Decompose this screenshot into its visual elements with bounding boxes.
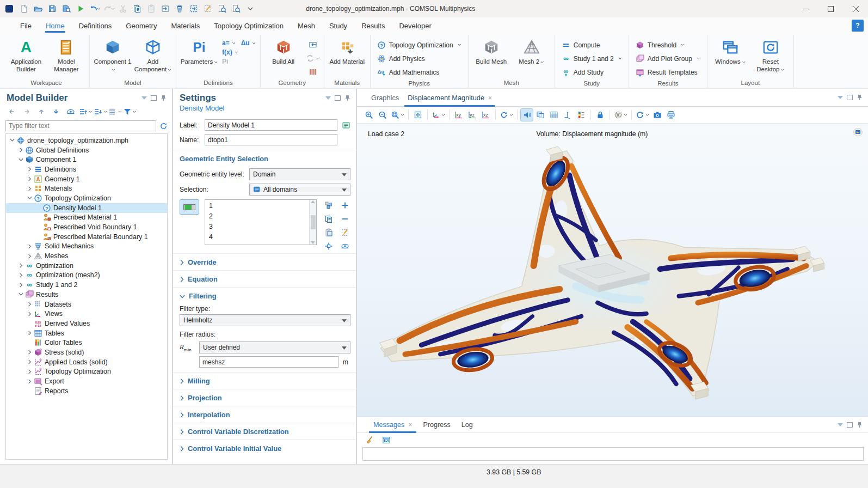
zoom-out-button[interactable] xyxy=(376,108,389,121)
environment-reflections-button[interactable] xyxy=(613,108,629,121)
chevron-down-icon[interactable] xyxy=(26,196,33,200)
zoom-to-selection-button[interactable] xyxy=(322,240,335,252)
menu-tab-mesh[interactable]: Mesh xyxy=(291,19,322,33)
maximize-button[interactable] xyxy=(818,0,843,17)
chevron-right-icon[interactable] xyxy=(17,283,24,288)
label-input[interactable] xyxy=(205,119,337,131)
add-physics-button[interactable]: Add Physics xyxy=(374,52,465,65)
tree-item-density-model-1[interactable]: ?Density Model 1 xyxy=(6,203,167,213)
messages-tab-log[interactable]: Log xyxy=(456,418,478,432)
new-file-button[interactable] xyxy=(17,2,30,15)
chevron-right-icon[interactable] xyxy=(26,379,33,384)
undo-button[interactable] xyxy=(88,2,101,15)
menu-tab-materials[interactable]: Materials xyxy=(164,19,207,33)
view-xy-button[interactable]: xy xyxy=(452,108,465,121)
messages-tab-progress[interactable]: Progress xyxy=(417,418,455,432)
copy-selection-button[interactable] xyxy=(322,213,335,225)
tree-item-study-1-and-2[interactable]: ∞Study 1 and 2 xyxy=(6,280,167,290)
a-button[interactable]: a= xyxy=(222,39,236,47)
tree-item-solid-mechanics[interactable]: Solid Mechanics xyxy=(6,242,167,252)
section-interpolation[interactable]: Interpolation xyxy=(173,406,356,423)
study-1-and-2-button[interactable]: ∞Study 1 and 2 xyxy=(558,52,625,65)
compute-button[interactable]: Compute xyxy=(558,38,625,52)
zoom-extents-button[interactable] xyxy=(411,108,424,121)
add-plot-group-button[interactable]: Add Plot Group xyxy=(632,52,704,65)
filter-funnel-button[interactable] xyxy=(123,106,136,118)
graphics-canvas[interactable]: Load case 2 Volume: Displacement magnitu… xyxy=(357,123,868,417)
node-grouping-button[interactable] xyxy=(108,106,121,118)
add-material-button[interactable]: Add Material xyxy=(328,36,367,65)
mesh-2-button[interactable]: Mesh 2 xyxy=(512,36,551,65)
clear-log-button[interactable] xyxy=(364,434,377,446)
remove-details-button[interactable] xyxy=(306,66,319,78)
add-to-selection-button[interactable] xyxy=(338,199,352,211)
tree-item-datasets[interactable]: Datasets xyxy=(6,300,167,309)
tree-item-definitions[interactable]: Definitions xyxy=(6,164,167,174)
run-button[interactable] xyxy=(74,2,87,15)
tree-item-geometry-1[interactable]: AGeometry 1 xyxy=(6,174,167,184)
chevron-right-icon[interactable] xyxy=(26,302,33,307)
insert-sequence-button[interactable] xyxy=(306,39,319,51)
view-yz-button[interactable]: yz xyxy=(466,108,479,121)
view-xz-button[interactable]: xz xyxy=(479,108,493,121)
threshold-button[interactable]: Threshold xyxy=(632,38,704,52)
chevron-right-icon[interactable] xyxy=(17,273,24,278)
delete-button[interactable] xyxy=(173,2,186,15)
build-all-button[interactable]: Build All xyxy=(264,36,303,65)
snapshot-button[interactable] xyxy=(651,108,664,121)
panel-pin-button[interactable] xyxy=(857,422,863,428)
tree-item-global-definitions[interactable]: Global Definitions xyxy=(6,145,167,155)
clear-selection-button[interactable] xyxy=(338,227,352,239)
panel-options-button[interactable] xyxy=(325,96,331,100)
panel-options-button[interactable] xyxy=(838,96,843,99)
grid-toggle-button[interactable] xyxy=(547,108,561,121)
preferences-button[interactable] xyxy=(230,2,243,15)
model-manager-button[interactable]: Model Manager xyxy=(47,36,86,74)
save-find-button[interactable] xyxy=(60,2,73,15)
tree-item-stress-solid-[interactable]: Stress (solid) xyxy=(6,347,167,357)
section-projection[interactable]: Projection xyxy=(173,389,356,406)
add-mathematics-button[interactable]: ΔuAdd Mathematics xyxy=(374,65,465,79)
close-tab-icon[interactable]: × xyxy=(408,421,412,429)
panel-float-button[interactable] xyxy=(847,95,853,100)
chevron-right-icon[interactable] xyxy=(17,148,24,152)
tree-item-topology-optimization[interactable]: Topology Optimization xyxy=(6,367,167,377)
panel-options-button[interactable] xyxy=(141,96,147,100)
graphics-tab-displacement-magnitude[interactable]: Displacement Magnitude× xyxy=(403,90,496,106)
tree-item-optimization-mesh2-[interactable]: ∞Optimization (mesh2) xyxy=(6,271,167,280)
selection-listbox[interactable]: 1234 xyxy=(205,199,317,245)
move-up-button[interactable] xyxy=(35,106,48,118)
section-control-variable-discretization[interactable]: Control Variable Discretization xyxy=(173,423,356,440)
messages-tab-messages[interactable]: Messages× xyxy=(368,418,417,432)
clear-selection-button[interactable] xyxy=(201,2,214,15)
menu-tab-results[interactable]: Results xyxy=(354,19,392,33)
chevron-down-icon[interactable] xyxy=(17,292,24,296)
rename-icon[interactable] xyxy=(342,121,350,130)
chevron-right-icon[interactable] xyxy=(26,312,33,316)
panel-pin-button[interactable] xyxy=(344,95,350,101)
save-button[interactable] xyxy=(46,2,59,15)
tree-item-meshes[interactable]: Meshes xyxy=(6,251,167,261)
tree-item-results[interactable]: Results xyxy=(6,290,167,300)
menu-tab-geometry[interactable]: Geometry xyxy=(119,19,164,33)
paste-selection-button[interactable] xyxy=(322,227,335,239)
chevron-right-icon[interactable] xyxy=(26,186,33,191)
rotate-view-button[interactable] xyxy=(498,108,514,121)
close-button[interactable] xyxy=(843,0,868,17)
component-1-button[interactable]: Component 1 xyxy=(93,36,132,74)
toolbar-customize-button[interactable] xyxy=(244,2,257,15)
chevron-down-icon[interactable] xyxy=(17,158,24,162)
panel-float-button[interactable] xyxy=(151,95,157,101)
toggle-visibility-button[interactable] xyxy=(338,240,352,252)
move-down-button[interactable] xyxy=(50,106,63,118)
copy-button[interactable] xyxy=(131,2,144,15)
panel-pin-button[interactable] xyxy=(857,94,863,101)
entity-level-select[interactable]: Domain xyxy=(249,168,350,180)
selection-list-item[interactable]: 1 xyxy=(209,201,309,211)
tree-item-optimization[interactable]: ∞Optimization xyxy=(6,261,167,271)
tree-item-derived-values[interactable]: 8.85e-12Derived Values xyxy=(6,319,167,328)
chevron-right-icon[interactable] xyxy=(26,176,33,181)
panel-float-button[interactable] xyxy=(335,95,341,101)
chevron-right-icon[interactable] xyxy=(26,244,33,249)
listbox-scrollbar[interactable] xyxy=(309,200,316,245)
